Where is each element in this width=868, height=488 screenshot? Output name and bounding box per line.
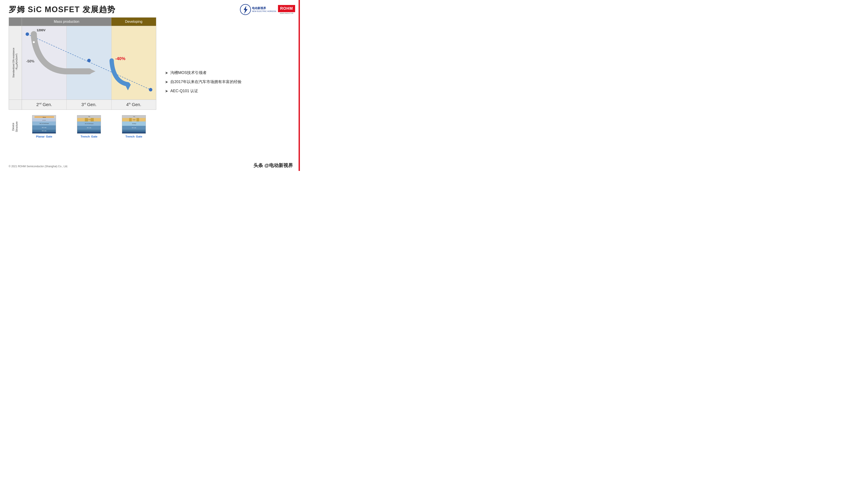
y-axis-label: Standardized ON-resistance：RONA(mΩ・cm²) <box>9 26 22 100</box>
svg-text:Gate: Gate <box>133 119 135 120</box>
device-col-gen4: Ths Gate SiC/Epi SiC sub. <box>111 111 156 142</box>
chart-body: Standardized ON-resistance：RONA(mΩ・cm²) <box>9 26 156 100</box>
mass-production-header: Mass production <box>22 18 111 26</box>
device-col-gen2: Metal p+ p+ SiC-N Drift-layer SiC sub. S… <box>22 111 67 142</box>
chart-svg <box>22 26 156 100</box>
chart-section: Mass production Developing Standardized … <box>9 18 156 142</box>
svg-text:p+ p+: p+ p+ <box>43 120 46 121</box>
info-item-3: ➤ AEC-Q101 认证 <box>165 88 295 94</box>
header: 罗姆 SiC MOSFET 发展趋势 电动新视界 NEW ELECTRIC HO… <box>0 0 304 18</box>
footer-copyright: © 2021 ROHM Semiconductor (Shanghai) Co.… <box>9 165 68 168</box>
svg-marker-3 <box>125 85 131 91</box>
header-empty-cell <box>9 18 22 26</box>
rohm-logo-block: ROHM SEMICONDUCTOR <box>278 5 295 14</box>
trench-gate-label-gen3: Trench Gate <box>81 135 97 138</box>
svg-rect-42 <box>122 130 146 132</box>
svg-point-4 <box>26 32 29 36</box>
gen3-label: 3rd Gen. <box>67 100 111 109</box>
voltage-annotation: 1200V <box>37 28 45 32</box>
arrow-icon-3: ➤ <box>165 89 168 94</box>
svg-text:Ths: Ths <box>88 116 90 117</box>
trench-gate-label-gen4: Trench Gate <box>125 135 142 138</box>
info-text-3: AEC-Q101 认证 <box>170 88 198 94</box>
trench-chip-diagram-gen4: Ths Gate SiC/Epi SiC sub. <box>122 115 146 134</box>
device-label-column: DeviceStructure <box>9 111 22 142</box>
svg-point-6 <box>149 88 152 92</box>
info-text-2: 自2017年以来在汽车市场拥有丰富的经验 <box>170 79 242 85</box>
svg-rect-43 <box>122 132 146 134</box>
svg-text:SiC sub.: SiC sub. <box>42 127 47 128</box>
svg-rect-30 <box>77 130 101 132</box>
svg-text:SiC sub.: SiC sub. <box>87 127 92 128</box>
svg-text:SiC sub.: SiC sub. <box>132 127 136 128</box>
planar-gate-label: Planar Gate <box>36 135 52 138</box>
gen-labels-row: 2nd Gen. 3rd Gen. 4th Gen. <box>9 100 156 109</box>
footer-watermark: 头条 @电动新视界 <box>253 162 293 169</box>
developing-header: Developing <box>111 18 156 26</box>
arrow-icon-1: ➤ <box>165 70 168 75</box>
electric-horizon-logo: 电动新视界 NEW ELECTRIC HORIZON <box>240 4 276 15</box>
gen4-label: 4th Gen. <box>112 100 156 109</box>
svg-text:SiC/Epi: SiC/Epi <box>132 123 136 124</box>
main-content: Mass production Developing Standardized … <box>0 18 304 142</box>
device-structure-row: DeviceStructure Metal p+ p+ <box>9 111 156 142</box>
device-structure-label: DeviceStructure <box>12 122 19 132</box>
info-item-1: ➤ 沟槽MOS技术引领者 <box>165 70 295 75</box>
gen-row-empty <box>9 100 22 109</box>
svg-text:SiC sub.: SiC sub. <box>42 130 47 131</box>
svg-text:SiC-N Drift-layer: SiC-N Drift-layer <box>39 123 49 124</box>
right-accent-bar <box>299 0 300 171</box>
device-images-row: Metal p+ p+ SiC-N Drift-layer SiC sub. S… <box>22 111 156 142</box>
svg-marker-2 <box>89 68 95 74</box>
device-col-gen3: Ths Gate Trench SiC-N Drift-layer SiC su… <box>67 111 112 142</box>
electric-horizon-text: 电动新视界 NEW ELECTRIC HORIZON <box>252 6 276 12</box>
arrow-icon-2: ➤ <box>165 79 168 85</box>
info-item-2: ➤ 自2017年以来在汽车市场拥有丰富的经验 <box>165 79 295 85</box>
trench-chip-diagram-gen3: Ths Gate Trench SiC-N Drift-layer SiC su… <box>77 115 101 134</box>
chart-table: Mass production Developing Standardized … <box>9 18 156 110</box>
minus40-annotation: -40% <box>115 56 125 61</box>
logos-container: 电动新视界 NEW ELECTRIC HORIZON ROHM SEMICOND… <box>240 4 295 15</box>
svg-text:SiC-N Drift-layer: SiC-N Drift-layer <box>85 123 94 124</box>
svg-point-7 <box>33 41 35 43</box>
svg-text:Metal: Metal <box>43 117 46 118</box>
chart-columns: 1200V -50% -40% <box>22 26 156 100</box>
chart-header-row: Mass production Developing <box>9 18 156 26</box>
planar-chip-diagram: Metal p+ p+ SiC-N Drift-layer SiC sub. S… <box>32 115 56 134</box>
info-panel: ➤ 沟槽MOS技术引领者 ➤ 自2017年以来在汽车市场拥有丰富的经验 ➤ AE… <box>163 18 295 142</box>
minus50-annotation: -50% <box>26 59 34 63</box>
y-axis-text: Standardized ON-resistance：RONA(mΩ・cm²) <box>12 48 18 78</box>
page-title: 罗姆 SiC MOSFET 发展趋势 <box>9 4 116 15</box>
svg-rect-31 <box>77 132 101 134</box>
gen2-label: 2nd Gen. <box>22 100 67 109</box>
svg-text:Ths: Ths <box>133 116 135 117</box>
svg-rect-19 <box>32 132 56 134</box>
bolt-icon <box>240 4 251 15</box>
info-text-1: 沟槽MOS技术引领者 <box>170 70 207 75</box>
svg-point-5 <box>87 59 91 62</box>
